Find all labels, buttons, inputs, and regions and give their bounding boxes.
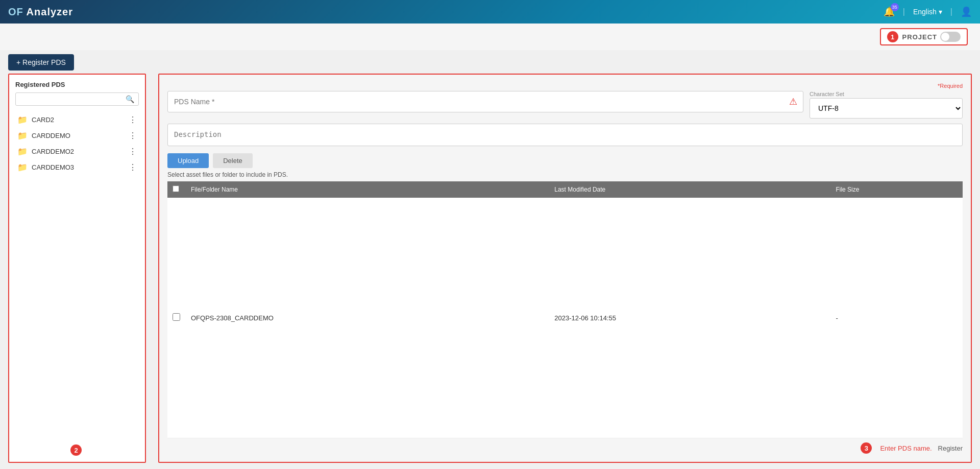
row-file-size: - xyxy=(830,198,963,438)
row-checkbox[interactable] xyxy=(173,313,180,321)
select-hint: Select asset files or folder to include … xyxy=(167,171,963,178)
more-button[interactable]: ⋮ xyxy=(129,131,137,140)
registered-pds-title: Registered PDS xyxy=(15,81,139,88)
toggle-thumb xyxy=(941,33,949,41)
toggle-switch[interactable]: PROJECT xyxy=(902,32,961,42)
row-file-name: OFQPS-2308_CARDDEMO xyxy=(186,198,549,438)
upload-button[interactable]: Upload xyxy=(167,153,209,168)
register-area: + Register PDS xyxy=(0,50,980,74)
folder-icon: 📁 xyxy=(17,162,28,172)
separator-2: | xyxy=(950,7,952,16)
more-button[interactable]: ⋮ xyxy=(129,147,137,156)
left-panel-badge: 2 xyxy=(70,444,82,456)
pds-list: 📁 CARD2 ⋮ 📁 CARDDEMO ⋮ 📁 CARDDEMO2 xyxy=(15,112,139,440)
row-checkbox-cell xyxy=(167,198,186,438)
form-row-1: ⚠ Character Set UTF-8 xyxy=(167,91,963,119)
select-all-checkbox[interactable] xyxy=(173,185,179,192)
user-icon[interactable]: 👤 xyxy=(961,6,972,17)
notification-badge: 35 xyxy=(891,3,899,11)
pds-item-name: CARDDEMO3 xyxy=(32,163,74,171)
list-item[interactable]: 📁 CARDDEMO3 ⋮ xyxy=(15,159,139,175)
file-table: File/Folder Name Last Modified Date File… xyxy=(167,181,963,438)
left-badge-area: 2 xyxy=(15,440,139,456)
register-action-button[interactable]: Register xyxy=(938,444,963,452)
pds-item-name: CARDDEMO2 xyxy=(32,148,74,155)
charset-label: Character Set xyxy=(810,91,963,97)
col-file-folder-name: File/Folder Name xyxy=(186,181,549,198)
language-button[interactable]: English ▾ xyxy=(913,8,942,16)
main-panels: Registered PDS 🔍 📁 CARD2 ⋮ 📁 CARDDEMO xyxy=(0,74,980,469)
notification-button[interactable]: 🔔 35 xyxy=(884,6,895,17)
logo-analyzer: Analyzer xyxy=(23,6,73,17)
more-button[interactable]: ⋮ xyxy=(129,115,137,125)
step-label: PROJECT xyxy=(902,33,937,41)
logo-of: OF xyxy=(8,6,23,17)
search-icon[interactable]: 🔍 xyxy=(126,95,134,103)
language-label: English xyxy=(913,8,937,16)
col-last-modified: Last Modified Date xyxy=(549,181,830,198)
header: OF Analyzer 🔔 35 | English ▾ | 👤 xyxy=(0,0,980,24)
right-panel-badge: 3 xyxy=(861,442,872,454)
pds-item-name: CARD2 xyxy=(32,116,54,124)
step-indicator: 1 PROJECT xyxy=(880,28,968,45)
delete-button[interactable]: Delete xyxy=(213,153,253,168)
description-input[interactable] xyxy=(167,124,963,146)
table-header-row: File/Folder Name Last Modified Date File… xyxy=(167,181,963,198)
search-box: 🔍 xyxy=(15,92,139,106)
folder-icon: 📁 xyxy=(17,131,28,140)
error-message: Enter PDS name. xyxy=(880,444,932,452)
action-row: Upload Delete xyxy=(167,153,963,168)
search-input[interactable] xyxy=(20,96,126,103)
list-item[interactable]: 📁 CARDDEMO2 ⋮ xyxy=(15,144,139,159)
pds-name-field: ⚠ xyxy=(167,91,803,112)
bottom-row: 3 Enter PDS name. Register xyxy=(167,442,963,454)
list-item[interactable]: 📁 CARDDEMO ⋮ xyxy=(15,128,139,144)
toggle-track[interactable] xyxy=(940,32,961,42)
description-field xyxy=(167,124,963,148)
step-indicator-wrapper: 1 PROJECT xyxy=(880,28,968,45)
right-panel: *Required ⚠ Character Set UTF-8 xyxy=(158,74,972,463)
register-pds-button[interactable]: + Register PDS xyxy=(8,54,74,71)
required-label: *Required xyxy=(167,83,963,89)
charset-select[interactable]: UTF-8 xyxy=(810,98,963,119)
col-checkbox xyxy=(167,181,186,198)
more-button[interactable]: ⋮ xyxy=(129,162,137,172)
table-row: OFQPS-2308_CARDDEMO 2023-12-06 10:14:55 … xyxy=(167,198,963,438)
header-right: 🔔 35 | English ▾ | 👤 xyxy=(884,6,972,17)
col-file-size: File Size xyxy=(830,181,963,198)
pds-name-error-icon: ⚠ xyxy=(789,96,797,107)
list-item[interactable]: 📁 CARD2 ⋮ xyxy=(15,112,139,128)
sub-header: 1 PROJECT xyxy=(0,24,980,50)
language-arrow: ▾ xyxy=(939,8,942,16)
pds-item-name: CARDDEMO xyxy=(32,132,70,139)
row-last-modified: 2023-12-06 10:14:55 xyxy=(549,198,830,438)
left-panel: Registered PDS 🔍 📁 CARD2 ⋮ 📁 CARDDEMO xyxy=(8,74,146,463)
pds-name-input[interactable] xyxy=(167,91,803,112)
folder-icon: 📁 xyxy=(17,147,28,156)
charset-field: Character Set UTF-8 xyxy=(810,91,963,119)
separator-1: | xyxy=(903,7,905,16)
app-logo: OF Analyzer xyxy=(8,6,73,18)
folder-icon: 📁 xyxy=(17,115,28,125)
step-badge: 1 xyxy=(887,31,898,42)
badge-3-area: 3 xyxy=(861,442,874,454)
